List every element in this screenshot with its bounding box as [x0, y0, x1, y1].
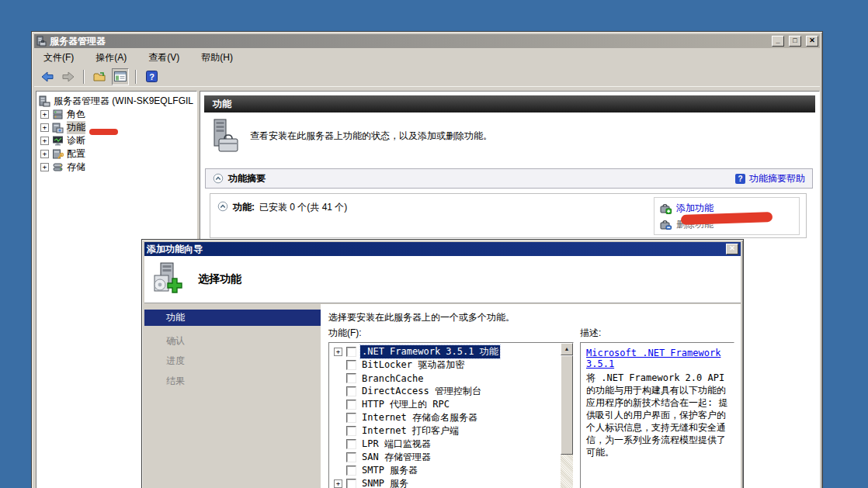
- step-confirmation[interactable]: 确认: [144, 331, 321, 351]
- feature-row[interactable]: DirectAccess 管理控制台: [334, 385, 573, 398]
- description-feature-link[interactable]: Microsoft .NET Framework 3.5.1: [586, 348, 720, 369]
- wizard-steps: 功能 确认 进度 结果: [144, 304, 321, 488]
- wizard-title: 添加功能向导: [147, 243, 720, 256]
- show-hide-tree-button[interactable]: [91, 68, 108, 85]
- tree-item-diagnostics[interactable]: + 诊断: [39, 134, 196, 147]
- roles-icon: [52, 109, 64, 120]
- expand-icon[interactable]: +: [40, 110, 49, 119]
- feature-row[interactable]: + .NET Framework 3.5.1 功能: [334, 345, 573, 358]
- listbox-scrollbar[interactable]: ▲: [561, 343, 573, 488]
- feature-row[interactable]: LPR 端口监视器: [334, 438, 573, 451]
- wizard-content: 选择要安装在此服务器上的一个或多个功能。 功能(F): 描述: + .NET F…: [321, 304, 741, 488]
- expand-icon[interactable]: +: [40, 123, 49, 132]
- diagnostics-icon: [52, 135, 64, 147]
- description-box: Microsoft .NET Framework 3.5.1 将 .NET Fr…: [580, 342, 734, 488]
- tree-root-label: 服务器管理器 (WIN-SK9EQLFGIL: [54, 95, 193, 108]
- tree-item-roles[interactable]: + 角色: [39, 108, 196, 121]
- feature-row[interactable]: BitLocker 驱动器加密: [334, 358, 573, 372]
- features-intro-text: 查看安装在此服务器上功能的状态，以及添加或删除功能。: [250, 130, 492, 143]
- description-label: 描述:: [580, 327, 601, 340]
- feature-checkbox[interactable]: [346, 439, 356, 449]
- expand-icon[interactable]: +: [334, 348, 342, 356]
- features-summary-body: 功能: 已安装 0 个(共 41 个) 添加功能 删除功能: [210, 193, 807, 238]
- window-titlebar[interactable]: 服务器管理器 _ □ ✕: [34, 34, 820, 48]
- summary-help-icon: ?: [735, 174, 745, 184]
- collapse-chevron-icon[interactable]: [213, 173, 224, 184]
- feature-checkbox[interactable]: [346, 452, 356, 462]
- features-intro: 查看安装在此服务器上功能的状态，以及添加或删除功能。: [210, 119, 819, 156]
- console-properties-button[interactable]: [112, 68, 129, 85]
- menu-help[interactable]: 帮助(H): [201, 51, 233, 64]
- menu-action[interactable]: 操作(A): [95, 51, 127, 64]
- scrollbar-thumb[interactable]: [561, 355, 573, 455]
- expand-icon[interactable]: +: [40, 163, 49, 171]
- feature-row[interactable]: SAN 存储管理器: [334, 451, 573, 464]
- tree-root-server-manager[interactable]: 服务器管理器 (WIN-SK9EQLFGIL: [39, 95, 196, 108]
- feature-label: LPR 端口监视器: [360, 438, 432, 451]
- feature-checkbox[interactable]: [346, 479, 356, 488]
- expand-icon[interactable]: +: [334, 479, 342, 488]
- tree-item-configuration[interactable]: + 配置: [39, 147, 196, 161]
- feature-checkbox[interactable]: [346, 373, 356, 383]
- add-features-wizard-dialog: 添加功能向导 ✕ 选择功能 功能 确认 进度 结果 选择要安装在此服务器上的一个…: [141, 239, 744, 488]
- server-manager-app-icon: [36, 36, 47, 47]
- expand-icon[interactable]: +: [40, 150, 49, 158]
- expand-icon[interactable]: +: [40, 137, 49, 145]
- step-features[interactable]: 功能: [144, 310, 321, 326]
- feature-checkbox[interactable]: [346, 400, 356, 410]
- feature-checkbox[interactable]: [346, 360, 356, 370]
- menu-file[interactable]: 文件(F): [43, 51, 74, 64]
- panel-title: 功能: [213, 98, 231, 111]
- annotation-mark-features: [89, 129, 118, 135]
- feature-label: BitLocker 驱动器加密: [360, 358, 466, 372]
- wizard-titlebar[interactable]: 添加功能向导 ✕: [144, 242, 741, 256]
- menu-view[interactable]: 查看(V): [148, 51, 179, 64]
- feature-checkbox[interactable]: [346, 426, 356, 436]
- features-listbox[interactable]: + .NET Framework 3.5.1 功能 BitLocker 驱动器加…: [328, 342, 574, 488]
- window-title: 服务器管理器: [50, 35, 767, 48]
- wizard-close-button[interactable]: ✕: [726, 244, 738, 254]
- feature-checkbox[interactable]: [346, 413, 356, 423]
- tree-item-storage[interactable]: + 存储: [39, 161, 196, 174]
- summary-help-link[interactable]: 功能摘要帮助: [749, 172, 805, 185]
- configuration-icon: [52, 148, 64, 160]
- close-button[interactable]: ✕: [806, 36, 818, 47]
- scroll-up-button[interactable]: ▲: [561, 343, 573, 355]
- collapse-chevron-icon[interactable]: [217, 201, 228, 212]
- forward-button[interactable]: [60, 68, 77, 85]
- server-manager-node-icon: [39, 95, 50, 107]
- select-features-icon: [151, 261, 184, 297]
- step-progress[interactable]: 进度: [144, 351, 321, 371]
- feature-row[interactable]: SMTP 服务器: [334, 464, 573, 477]
- back-arrow-icon: [40, 71, 54, 82]
- feature-row[interactable]: Internet 存储命名服务器: [334, 411, 573, 424]
- feature-row[interactable]: BranchCache: [334, 372, 573, 385]
- toolbar-separator: [135, 70, 137, 84]
- features-count-value: 已安装 0 个(共 41 个): [259, 201, 347, 214]
- help-button[interactable]: ?: [143, 68, 160, 85]
- forward-arrow-icon: [61, 71, 75, 82]
- add-features-icon: [660, 203, 672, 214]
- features-count-label: 功能:: [233, 201, 255, 214]
- add-features-link[interactable]: 添加功能: [676, 202, 713, 215]
- svg-text:?: ?: [149, 72, 155, 81]
- wizard-header: 选择功能: [144, 256, 741, 303]
- feature-checkbox[interactable]: [346, 386, 356, 396]
- minimize-button[interactable]: _: [772, 36, 784, 47]
- back-button[interactable]: [39, 68, 56, 85]
- feature-row[interactable]: + SNMP 服务: [334, 477, 573, 488]
- description-text: 将 .NET Framework 2.0 API 的功能与用于构建具有以下功能的…: [586, 372, 728, 459]
- step-results[interactable]: 结果: [144, 371, 321, 391]
- feature-label: .NET Framework 3.5.1 功能: [360, 345, 500, 358]
- tree-item-label: 配置: [67, 147, 85, 161]
- feature-row[interactable]: HTTP 代理上的 RPC: [334, 398, 573, 411]
- folder-icon: [93, 71, 106, 82]
- feature-checkbox[interactable]: [346, 347, 356, 357]
- feature-row[interactable]: Internet 打印客户端: [334, 424, 573, 438]
- storage-icon: [52, 161, 64, 173]
- tree-item-label: 角色: [67, 108, 85, 121]
- maximize-button[interactable]: □: [789, 36, 801, 47]
- toolbar: ?: [34, 67, 820, 87]
- feature-label: DirectAccess 管理控制台: [360, 385, 483, 398]
- feature-checkbox[interactable]: [346, 466, 356, 476]
